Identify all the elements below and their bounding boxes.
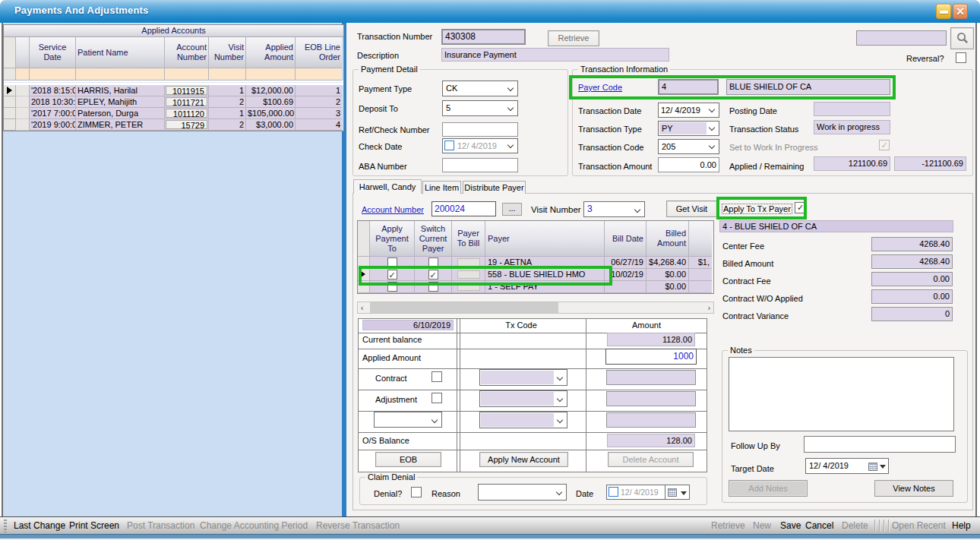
- aba-number-input[interactable]: [442, 158, 518, 172]
- cell-eob-line-order[interactable]: 3: [296, 108, 342, 119]
- cell-bill-date[interactable]: 06/27/19: [605, 257, 646, 269]
- delete-account-button[interactable]: Delete Account: [608, 452, 694, 467]
- payer-code-link[interactable]: Payer Code: [578, 83, 622, 92]
- cell-clipped[interactable]: [689, 281, 712, 293]
- cell-visit-number[interactable]: 2: [209, 119, 246, 131]
- payment-type-select[interactable]: CK: [442, 81, 518, 96]
- get-visit-button[interactable]: Get Visit: [666, 201, 717, 217]
- cell-bill-date[interactable]: [605, 281, 646, 293]
- column-header-eob-line-order[interactable]: EOB Line Order: [296, 37, 342, 68]
- extra-amount-input[interactable]: [606, 412, 696, 428]
- column-header-account-number[interactable]: Account Number: [165, 37, 209, 68]
- filter-service-date[interactable]: [30, 68, 76, 81]
- account-number-link[interactable]: Account Number: [362, 205, 424, 214]
- scroll-left-icon[interactable]: ‹: [361, 304, 363, 312]
- scroll-right-icon[interactable]: ›: [708, 304, 710, 312]
- cell-applied-amount[interactable]: $12,000.00: [246, 85, 296, 96]
- statusbar-save[interactable]: Save: [780, 520, 801, 531]
- column-header-service-date[interactable]: Service Date: [30, 37, 76, 68]
- description-input[interactable]: Insurance Payment: [441, 48, 669, 62]
- cell-clipped[interactable]: [689, 269, 712, 281]
- cell-switch-payer[interactable]: ✓: [415, 269, 452, 281]
- adjustment-checkbox[interactable]: [432, 393, 442, 403]
- cell-payer[interactable]: 1 - SELF PAY: [485, 281, 605, 293]
- column-header-apply-payment-to[interactable]: Apply Payment To: [370, 221, 415, 257]
- apply-payment-checkbox[interactable]: [387, 257, 397, 267]
- extra-code-select[interactable]: [479, 412, 567, 428]
- statusbar-delete[interactable]: Delete: [842, 520, 868, 531]
- column-header-payer-to-bill[interactable]: Payer To Bill: [452, 221, 485, 257]
- cell-service-date[interactable]: '2019 9:00:0: [30, 119, 76, 131]
- visit-number-select[interactable]: 3: [583, 201, 645, 217]
- reversal-checkbox[interactable]: [956, 52, 966, 63]
- applied-account-row-4[interactable]: '2019 9:00:0 ZIMMER, PETER 15729 2 $3,00…: [4, 119, 343, 131]
- check-date-picker[interactable]: 12/ 4/2019: [442, 138, 518, 153]
- contract-code-select[interactable]: [479, 369, 567, 386]
- contract-checkbox[interactable]: [432, 371, 442, 382]
- check-date-checkbox[interactable]: [444, 141, 454, 150]
- statusbar-retrieve[interactable]: Retrieve: [711, 520, 745, 531]
- statusbar-help[interactable]: Help: [952, 520, 971, 531]
- statusbar-post-transaction[interactable]: Post Transaction: [127, 520, 194, 531]
- denial-checkbox[interactable]: [411, 487, 422, 497]
- cell-service-date[interactable]: '2018 8:15:0: [30, 85, 76, 96]
- cell-applied-amount[interactable]: $105,000.00: [246, 108, 296, 119]
- statusbar-reverse-transaction[interactable]: Reverse Transaction: [316, 520, 400, 531]
- statusbar-cancel[interactable]: Cancel: [805, 520, 833, 531]
- cell-switch-payer[interactable]: [415, 281, 452, 293]
- apply-to-tx-payer-checkbox[interactable]: ✓: [795, 202, 806, 213]
- switch-payer-checkbox[interactable]: ✓: [428, 270, 438, 279]
- switch-payer-checkbox[interactable]: [428, 282, 438, 292]
- apply-new-account-button[interactable]: Apply New Account: [479, 452, 568, 467]
- cell-visit-number[interactable]: 2: [209, 96, 246, 108]
- cell-bill-date[interactable]: 10/02/19: [605, 269, 646, 281]
- adjustment-amount-input[interactable]: [606, 391, 696, 406]
- cell-payer-to-bill[interactable]: [452, 257, 485, 269]
- column-header-patient-name[interactable]: Patient Name: [76, 37, 165, 68]
- cell-eob-line-order[interactable]: 4: [296, 119, 342, 131]
- cell-payer-to-bill[interactable]: [452, 281, 485, 293]
- cell-patient-name[interactable]: EPLEY, Mahijith: [76, 96, 165, 108]
- payer-row-self-pay[interactable]: 1 - SELF PAY $0.00: [358, 281, 713, 293]
- contract-amount-input[interactable]: [606, 370, 696, 385]
- statusbar-open-recent[interactable]: Open Recent: [892, 520, 946, 531]
- transaction-type-select[interactable]: PY: [658, 121, 719, 136]
- cell-patient-name[interactable]: ZIMMER, PETER: [76, 119, 165, 131]
- cell-service-date[interactable]: '2017 7:00:0: [30, 108, 76, 119]
- account-lookup-button[interactable]: ...: [502, 203, 522, 216]
- column-header-applied-amount[interactable]: Applied Amount: [246, 37, 296, 68]
- denial-date-calendar-button[interactable]: [665, 485, 690, 500]
- statusbar-new[interactable]: New: [753, 520, 771, 531]
- column-header-bill-date[interactable]: Bill Date: [605, 221, 646, 257]
- cell-billed-amount[interactable]: $4,268.40: [646, 257, 689, 269]
- close-button[interactable]: ✕: [953, 4, 968, 19]
- filter-applied-amount[interactable]: [246, 68, 296, 81]
- filter-account-number[interactable]: [165, 68, 209, 81]
- tab-line-item[interactable]: Line Item: [422, 181, 461, 194]
- statusbar-change-accounting-period[interactable]: Change Accounting Period: [200, 520, 308, 531]
- cell-payer[interactable]: 558 - BLUE SHIELD HMO: [485, 269, 605, 281]
- transaction-code-select[interactable]: 205: [658, 139, 719, 154]
- cell-payer[interactable]: 19 - AETNA: [485, 257, 605, 269]
- transaction-date-picker[interactable]: 12/ 4/2019: [658, 103, 719, 118]
- column-header-visit-number[interactable]: Visit Number: [209, 37, 246, 68]
- filter-eob-line-order[interactable]: [296, 68, 342, 81]
- follow-up-by-input[interactable]: [804, 436, 956, 453]
- statusbar-last-change[interactable]: Last Change: [14, 520, 65, 531]
- column-header-switch-current-payer[interactable]: Switch Current Payer: [415, 221, 452, 257]
- cell-eob-line-order[interactable]: 2: [296, 96, 342, 108]
- scrollbar-thumb[interactable]: [370, 302, 558, 313]
- cell-account-number[interactable]: 1011721: [165, 96, 209, 108]
- applied-account-row-1[interactable]: '2018 8:15:0 HARRIS, Harilal 1011915 1 $…: [4, 85, 343, 96]
- view-notes-button[interactable]: View Notes: [874, 480, 953, 497]
- cell-account-number[interactable]: 1011915: [165, 85, 209, 96]
- search-button[interactable]: [950, 27, 974, 49]
- reason-select[interactable]: [478, 484, 567, 501]
- statusbar-print-screen[interactable]: Print Screen: [69, 520, 119, 531]
- cell-eob-line-order[interactable]: 1: [296, 85, 342, 96]
- transaction-number-input[interactable]: 430308: [441, 29, 526, 45]
- cell-applied-amount[interactable]: $100.69: [246, 96, 296, 108]
- cell-billed-amount[interactable]: $0.00: [646, 269, 689, 281]
- cell-switch-payer[interactable]: [415, 257, 452, 269]
- switch-payer-checkbox[interactable]: [428, 257, 438, 267]
